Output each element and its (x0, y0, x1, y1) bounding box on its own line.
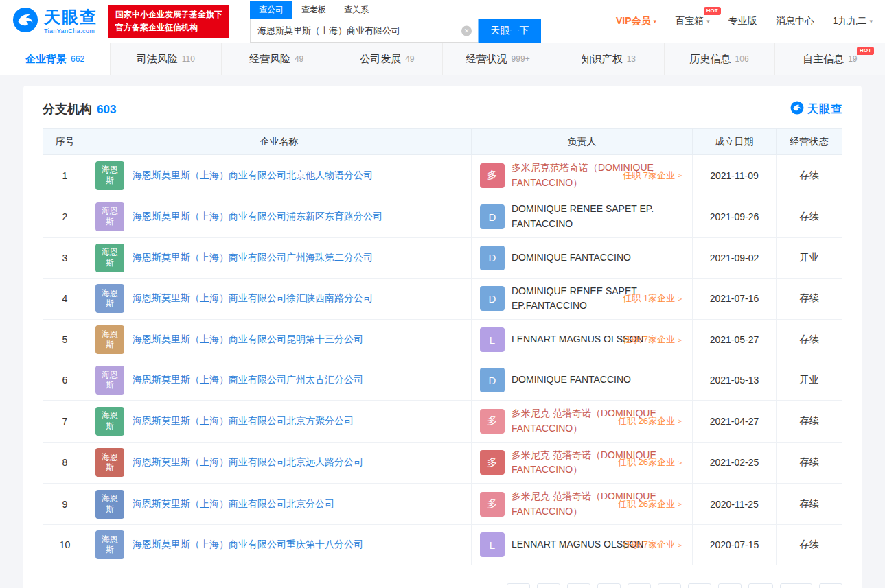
nav-item[interactable]: 百宝箱▾HOT (675, 15, 710, 27)
nav-item[interactable]: 专业版 (728, 15, 757, 27)
row-index: 1 (43, 155, 87, 196)
person-name[interactable]: DOMINIQUE FANTACCINO (512, 250, 631, 266)
gov-badge: 国家中小企业发展子基金旗下 官方备案企业征信机构 (108, 5, 229, 38)
search-tab[interactable]: 查老板 (292, 1, 335, 19)
company-name-link[interactable]: 海恩斯莫里斯（上海）商业有限公司广州海珠第二分公司 (133, 252, 373, 264)
content-card: 分支机构603 天眼查 序号 企业名称 负责人 (23, 86, 862, 588)
page-button[interactable]: 2 (507, 583, 530, 588)
page-button[interactable]: ...61 (780, 583, 812, 588)
person-avatar: L (480, 327, 505, 352)
column-header-company: 企业名称 (87, 129, 472, 155)
hot-badge: HOT (857, 47, 874, 55)
person-name[interactable]: DOMINIQUE FANTACCINO (512, 373, 631, 388)
nav-item-label: VIP会员 (616, 15, 651, 27)
tenure-link[interactable]: 任职 26家企业 ＞ (618, 415, 684, 427)
page-button[interactable]: 5 (597, 583, 621, 588)
status: 存续 (777, 320, 842, 360)
page-button[interactable]: 9 (718, 583, 742, 588)
main-tab[interactable]: 经营风险49 (222, 43, 332, 75)
clear-icon[interactable]: ✕ (461, 25, 472, 36)
tab-label: 知识产权 (582, 53, 623, 66)
main-tab[interactable]: 自主信息19HOT (775, 43, 885, 75)
next-page-button[interactable]: › (819, 583, 842, 588)
company-name-link[interactable]: 海恩斯莫里斯（上海）商业有限公司北京分公司 (133, 498, 334, 510)
tenure-link[interactable]: 任职 26家企业 ＞ (618, 498, 684, 510)
arrow-right-icon: ＞ (676, 170, 684, 180)
tenure-link[interactable]: 任职 7家企业 ＞ (623, 169, 684, 182)
company-name-link[interactable]: 海恩斯莫里斯（上海）商业有限公司广州太古汇分公司 (133, 374, 363, 386)
company-name-link[interactable]: 海恩斯莫里斯（上海）商业有限公司北京远大路分公司 (133, 456, 363, 469)
tenure-link[interactable]: 任职 7家企业 ＞ (623, 333, 684, 346)
page-button[interactable]: 7 (658, 583, 681, 588)
tab-label: 公司发展 (360, 53, 401, 66)
main-tab[interactable]: 知识产权13 (553, 43, 664, 75)
main-tab[interactable]: 公司发展49 (332, 43, 443, 75)
search-tab[interactable]: 查关系 (335, 1, 378, 19)
page-button[interactable]: 8 (688, 583, 711, 588)
search-block: 查公司查老板查关系 ✕ 天眼一下 (250, 0, 541, 43)
main-tab[interactable]: 司法风险110 (111, 43, 221, 75)
section-count: 603 (97, 103, 116, 116)
page-button[interactable]: 4 (567, 583, 590, 588)
search-input[interactable] (250, 19, 478, 43)
table-row: 8 海恩 斯 海恩斯莫里斯（上海）商业有限公司北京远大路分公司 多 多米尼克 范… (43, 442, 842, 483)
row-index: 4 (43, 278, 87, 319)
tenure-link[interactable]: 任职 1家企业 ＞ (623, 292, 684, 305)
company-name-link[interactable]: 海恩斯莫里斯（上海）商业有限公司昆明第十三分公司 (133, 333, 363, 346)
main-tab[interactable]: 企业背景662 (0, 43, 111, 75)
search-tab[interactable]: 查公司 (250, 1, 292, 19)
person-avatar: D (480, 368, 505, 392)
table-header-row: 序号 企业名称 负责人 成立日期 经营状态 (43, 129, 842, 155)
table-row: 5 海恩 斯 海恩斯莫里斯（上海）商业有限公司昆明第十三分公司 L LENNAR… (43, 320, 842, 360)
row-index: 8 (43, 442, 87, 483)
tab-label: 企业背景 (25, 53, 67, 66)
nav-item[interactable]: 1九九二▾ (833, 15, 873, 27)
main-tab[interactable]: 历史信息106 (665, 43, 775, 75)
caret-down-icon: ▾ (706, 18, 710, 25)
row-index: 7 (43, 401, 87, 442)
row-index: 3 (43, 237, 87, 278)
status: 开业 (777, 237, 842, 278)
establish-date: 2021-11-09 (693, 155, 777, 196)
logo-subtitle: TianYanCha.com (44, 27, 97, 34)
person-avatar: 多 (480, 492, 505, 517)
company-name-link[interactable]: 海恩斯莫里斯（上海）商业有限公司徐汇陕西南路分公司 (133, 292, 373, 305)
logo[interactable]: 天眼查 TianYanCha.com (12, 7, 97, 36)
pagination: 12345678910...61› (43, 583, 842, 588)
tenure-link[interactable]: 任职 7家企业 ＞ (623, 539, 684, 551)
page-button[interactable]: 3 (537, 583, 560, 588)
company-avatar: 海恩 斯 (95, 161, 124, 190)
column-header-date: 成立日期 (693, 129, 777, 155)
search-button[interactable]: 天眼一下 (478, 19, 541, 43)
person-avatar: D (480, 204, 505, 229)
arrow-right-icon: ＞ (676, 416, 684, 426)
status: 开业 (777, 360, 842, 401)
arrow-right-icon: ＞ (676, 294, 684, 304)
establish-date: 2021-07-16 (693, 278, 777, 319)
page-button[interactable]: 10 (748, 583, 773, 588)
tenure-link[interactable]: 任职 26家企业 ＞ (618, 456, 684, 469)
arrow-right-icon: ＞ (676, 499, 684, 509)
establish-date: 2021-02-25 (693, 442, 777, 483)
tab-count: 999+ (512, 54, 530, 64)
nav-item[interactable]: 消息中心 (776, 15, 814, 27)
nav-item[interactable]: VIP会员▾ (616, 15, 656, 27)
tab-count: 19 (848, 54, 857, 64)
page-button[interactable]: 6 (628, 583, 651, 588)
table-body: 1 海恩 斯 海恩斯莫里斯（上海）商业有限公司北京他人物语分公司 多 多米尼克范… (43, 155, 842, 565)
table-row: 9 海恩 斯 海恩斯莫里斯（上海）商业有限公司北京分公司 多 多米尼克 范塔奇诺… (43, 483, 842, 524)
status: 存续 (777, 155, 842, 196)
company-name-link[interactable]: 海恩斯莫里斯（上海）商业有限公司重庆第十八分公司 (133, 539, 363, 551)
tab-label: 自主信息 (803, 53, 844, 66)
company-name-link[interactable]: 海恩斯莫里斯（上海）商业有限公司浦东新区东育路分公司 (133, 211, 382, 223)
tab-count: 13 (627, 54, 636, 64)
company-avatar: 海恩 斯 (95, 490, 124, 519)
tianyancha-logo-icon (12, 7, 38, 36)
main-tab[interactable]: 经营状况999+ (443, 43, 553, 75)
main: 分支机构603 天眼查 序号 企业名称 负责人 (0, 75, 885, 588)
person-name[interactable]: DOMINIQUE RENEE SAPET EP. FANTACCINO (512, 202, 684, 231)
company-name-link[interactable]: 海恩斯莫里斯（上海）商业有限公司北京方聚分公司 (133, 415, 354, 427)
person-avatar: 多 (480, 409, 505, 434)
company-name-link[interactable]: 海恩斯莫里斯（上海）商业有限公司北京他人物语分公司 (133, 169, 373, 182)
establish-date: 2021-09-26 (693, 196, 777, 237)
